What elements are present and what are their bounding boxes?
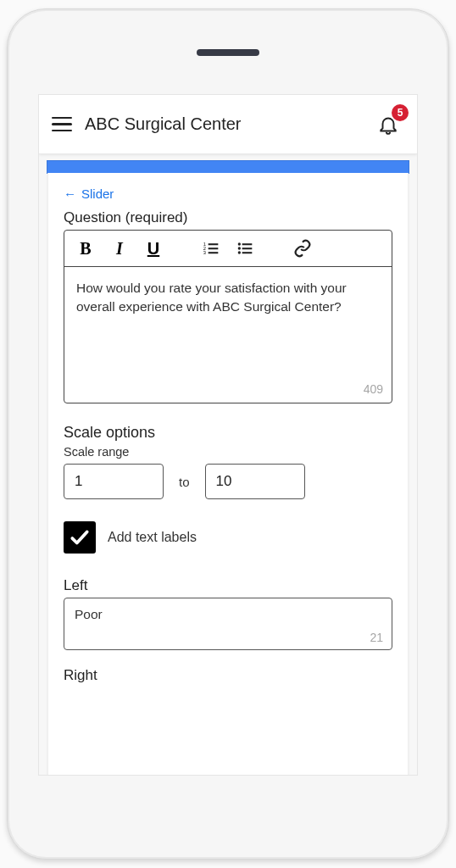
left-input[interactable] — [75, 607, 381, 622]
left-input-wrap: 21 — [64, 598, 392, 650]
notifications-button[interactable]: 5 — [373, 109, 403, 140]
bold-button[interactable]: B — [76, 239, 95, 258]
link-button[interactable] — [293, 239, 312, 258]
question-editor: B I U 123 — [64, 230, 392, 403]
unordered-list-button[interactable] — [236, 239, 254, 258]
app-title: ABC Surgical Center — [85, 114, 364, 134]
link-icon — [293, 239, 312, 258]
svg-text:3: 3 — [203, 250, 206, 255]
check-icon — [69, 526, 91, 548]
scale-max-input[interactable] — [205, 464, 305, 499]
right-label: Right — [64, 667, 392, 684]
scale-range-row: to — [64, 464, 392, 499]
rich-text-toolbar: B I U 123 — [64, 231, 392, 267]
app-screen: ABC Surgical Center 5 ← Slider Question … — [38, 94, 418, 776]
scale-min-input[interactable] — [64, 464, 164, 499]
question-text: How would you rate your satisfaction wit… — [76, 281, 347, 314]
notification-badge: 5 — [392, 104, 409, 121]
ordered-list-icon: 123 — [203, 240, 220, 257]
svg-point-6 — [238, 242, 241, 245]
svg-rect-2 — [209, 252, 219, 253]
editor-panel: ← Slider Question (required) B I U 123 — [47, 173, 409, 776]
device-speaker — [197, 49, 259, 56]
checkbox-label: Add text labels — [108, 530, 197, 545]
checkbox-box — [64, 521, 96, 554]
svg-point-8 — [238, 251, 241, 253]
app-header: ABC Surgical Center 5 — [39, 95, 417, 154]
back-arrow-icon: ← — [64, 187, 76, 200]
scale-options-title: Scale options — [64, 424, 392, 442]
unordered-list-icon — [236, 240, 253, 257]
scale-range-label: Scale range — [64, 445, 392, 459]
scale-to-text: to — [179, 475, 190, 489]
svg-rect-1 — [209, 248, 219, 249]
svg-rect-10 — [242, 248, 253, 249]
left-char-count: 21 — [370, 631, 383, 644]
underline-button[interactable]: U — [144, 239, 163, 258]
italic-button[interactable]: I — [110, 239, 129, 258]
left-label: Left — [64, 577, 392, 594]
back-link[interactable]: ← Slider — [64, 186, 392, 201]
back-label: Slider — [81, 186, 114, 201]
question-textarea[interactable]: How would you rate your satisfaction wit… — [64, 267, 392, 403]
menu-button[interactable] — [47, 110, 76, 139]
add-text-labels-checkbox[interactable]: Add text labels — [64, 521, 392, 554]
content-area: ← Slider Question (required) B I U 123 — [39, 154, 417, 775]
device-frame: ABC Surgical Center 5 ← Slider Question … — [7, 8, 449, 860]
svg-rect-9 — [242, 243, 253, 245]
question-char-count: 409 — [364, 381, 383, 398]
svg-rect-11 — [242, 252, 253, 253]
accent-bar — [47, 161, 409, 173]
svg-rect-0 — [209, 243, 219, 245]
ordered-list-button[interactable]: 123 — [202, 239, 220, 258]
svg-point-7 — [238, 247, 241, 249]
question-label: Question (required) — [64, 209, 392, 226]
